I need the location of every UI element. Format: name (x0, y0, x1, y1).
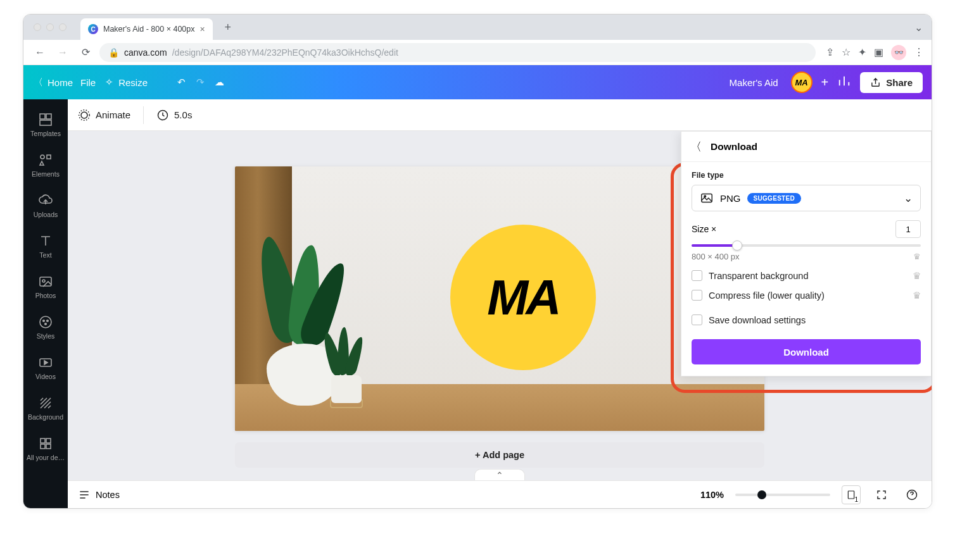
duration-button[interactable]: 5.0s (156, 109, 192, 121)
extensions-icon[interactable]: ✦ (858, 46, 866, 58)
sidebar-item-uploads[interactable]: Uploads (23, 185, 68, 226)
animate-button[interactable]: Animate (78, 109, 130, 121)
insights-button[interactable] (837, 74, 851, 90)
address-bar[interactable]: 🔒 canva.com/design/DAFAq298YM4/232PhEQnQ… (99, 43, 816, 62)
file-type-select[interactable]: PNG SUGGESTED ⌄ (692, 185, 921, 211)
text-icon (38, 233, 53, 249)
window-controls[interactable] (34, 23, 66, 31)
svg-point-10 (45, 323, 47, 325)
svg-point-16 (81, 112, 87, 118)
checkbox-icon[interactable] (692, 290, 702, 301)
share-button[interactable]: Share (860, 72, 923, 93)
user-avatar[interactable]: MA (791, 72, 813, 93)
size-label: Size × (692, 224, 716, 234)
browser-tab[interactable]: C Maker's Aid - 800 × 400px × (80, 18, 213, 40)
svg-point-3 (41, 155, 44, 159)
styles-icon (38, 314, 53, 330)
home-button[interactable]: 〈 Home (32, 77, 73, 88)
svg-rect-14 (41, 444, 45, 449)
undo-button[interactable]: ↶ (175, 77, 187, 88)
cloud-sync-button[interactable]: ☁ (213, 77, 225, 88)
small-plant-image (324, 309, 368, 403)
svg-point-7 (40, 316, 51, 328)
back-button[interactable]: ← (31, 44, 49, 61)
selected-file-type: PNG (720, 193, 741, 204)
page-indicator[interactable]: 1 (842, 485, 861, 504)
logo-element[interactable]: MA (450, 225, 596, 370)
size-slider[interactable] (692, 244, 921, 247)
panel-back-button[interactable]: 〈 (690, 139, 702, 154)
bookmark-icon[interactable]: ☆ (842, 46, 851, 58)
project-title[interactable]: Maker's Aid (730, 77, 778, 88)
undo-icon: ↶ (175, 77, 187, 88)
file-menu[interactable]: File (80, 77, 96, 88)
size-multiplier-input[interactable] (895, 220, 921, 238)
share-label: Share (886, 77, 913, 88)
chevron-left-icon: 〈 (32, 77, 44, 88)
help-button[interactable] (902, 485, 921, 504)
svg-rect-13 (46, 439, 51, 443)
svg-point-20 (704, 196, 706, 197)
svg-rect-2 (40, 120, 51, 125)
sidebar-item-videos[interactable]: Videos (23, 347, 68, 388)
fullscreen-button[interactable] (872, 485, 891, 504)
expand-timeline-handle[interactable]: ⌃ (474, 469, 525, 480)
forward-button: → (54, 44, 72, 61)
profile-avatar[interactable]: 👓 (891, 45, 906, 60)
add-member-button[interactable]: + (821, 75, 829, 90)
svg-rect-0 (40, 114, 45, 119)
fullscreen-icon (876, 489, 887, 501)
svg-rect-21 (848, 491, 854, 499)
sidebar-item-photos[interactable]: Photos (23, 266, 68, 307)
canva-favicon-icon: C (88, 24, 98, 34)
notes-button[interactable]: Notes (78, 488, 120, 501)
animate-icon (78, 109, 91, 121)
file-label: File (80, 77, 96, 88)
uploads-icon (38, 193, 53, 208)
crown-icon: ♛ (913, 271, 921, 281)
zoom-value: 110% (700, 490, 724, 500)
sidebar-item-templates[interactable]: Templates (23, 104, 68, 145)
suggested-badge: SUGGESTED (747, 193, 802, 204)
file-type-label: File type (692, 171, 921, 180)
all-designs-icon (38, 436, 53, 451)
resize-button[interactable]: ✧ Resize (103, 77, 148, 88)
svg-rect-15 (46, 444, 51, 449)
svg-rect-19 (702, 194, 712, 202)
resize-label: Resize (118, 77, 148, 88)
add-page-button[interactable]: + Add page (235, 442, 764, 468)
share-icon (870, 77, 881, 88)
panel-title: Download (711, 141, 757, 152)
compress-file-option[interactable]: Compress file (lower quality) ♛ (692, 290, 921, 301)
checkbox-icon[interactable] (692, 270, 702, 281)
new-tab-button[interactable]: + (219, 18, 237, 36)
svg-point-6 (42, 280, 45, 282)
lock-icon: 🔒 (108, 47, 119, 58)
share-page-icon[interactable]: ⇪ (826, 46, 834, 58)
sidebar-item-text[interactable]: Text (23, 226, 68, 266)
transparent-bg-option[interactable]: Transparent background ♛ (692, 270, 921, 281)
sidebar-item-styles[interactable]: Styles (23, 307, 68, 347)
checkbox-icon[interactable] (692, 314, 702, 325)
image-file-icon (700, 191, 714, 205)
zoom-slider[interactable] (735, 494, 830, 496)
close-tab-icon[interactable]: × (199, 24, 205, 34)
menu-icon[interactable]: ⋮ (914, 46, 924, 58)
notes-icon (78, 488, 91, 501)
download-button[interactable]: Download (692, 339, 921, 364)
sidebar: Templates Elements Uploads Text Photos (23, 99, 68, 508)
redo-button[interactable]: ↷ (194, 77, 206, 88)
svg-rect-1 (46, 114, 51, 119)
reload-button[interactable]: ⟳ (77, 44, 94, 61)
background-icon (38, 395, 53, 411)
chevron-down-icon: ⌄ (904, 192, 913, 205)
sidepanel-icon[interactable]: ▣ (874, 46, 883, 58)
save-settings-option[interactable]: Save download settings (692, 314, 921, 325)
home-label: Home (47, 77, 73, 88)
sidebar-item-elements[interactable]: Elements (23, 145, 68, 185)
tabs-overflow-icon[interactable]: ⌄ (914, 22, 923, 34)
sidebar-item-background[interactable]: Background (23, 388, 68, 428)
sidebar-item-all-designs[interactable]: All your de… (23, 428, 68, 469)
tab-title: Maker's Aid - 800 × 400px (103, 25, 194, 34)
templates-icon (38, 112, 53, 127)
